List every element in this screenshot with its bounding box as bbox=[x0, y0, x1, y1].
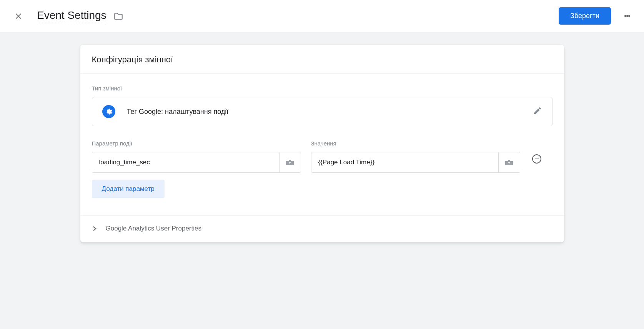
param-name-input-group bbox=[92, 152, 301, 173]
svg-rect-3 bbox=[290, 162, 290, 164]
folder-icon[interactable] bbox=[113, 11, 123, 21]
param-value-input-group bbox=[311, 152, 520, 173]
gear-icon bbox=[102, 105, 115, 118]
param-name-input[interactable] bbox=[92, 152, 279, 172]
pencil-icon[interactable] bbox=[533, 106, 542, 117]
remove-row-button[interactable] bbox=[530, 152, 543, 165]
user-properties-section[interactable]: Google Analytics User Properties bbox=[80, 215, 564, 242]
variable-picker-button[interactable] bbox=[498, 152, 520, 172]
title-wrap: Event Settings bbox=[37, 9, 559, 23]
card-title: Конфігурація змінної bbox=[80, 45, 564, 73]
config-card: Конфігурація змінної Тип змінної Тег Goo… bbox=[80, 45, 564, 242]
value-column-label: Значення bbox=[311, 140, 520, 147]
variable-type-name: Тег Google: налаштування події bbox=[127, 108, 533, 116]
user-properties-label: Google Analytics User Properties bbox=[106, 225, 201, 232]
chevron-right-icon bbox=[92, 226, 97, 231]
page-header: Event Settings Зберегти bbox=[0, 0, 644, 32]
variable-type-label: Тип змінної bbox=[92, 85, 552, 92]
param-column-label: Параметр події bbox=[92, 140, 301, 147]
parameter-row: Параметр події Значення bbox=[92, 140, 552, 173]
variable-picker-button[interactable] bbox=[279, 152, 301, 172]
save-button[interactable]: Зберегти bbox=[559, 7, 611, 25]
overflow-menu-button[interactable] bbox=[622, 11, 632, 22]
variable-type-selector[interactable]: Тег Google: налаштування події bbox=[92, 97, 552, 126]
param-value-input[interactable] bbox=[311, 152, 498, 172]
add-parameter-button[interactable]: Додати параметр bbox=[92, 180, 165, 198]
close-button[interactable] bbox=[14, 12, 23, 21]
variable-name-input[interactable]: Event Settings bbox=[37, 9, 107, 23]
svg-rect-5 bbox=[509, 162, 509, 164]
